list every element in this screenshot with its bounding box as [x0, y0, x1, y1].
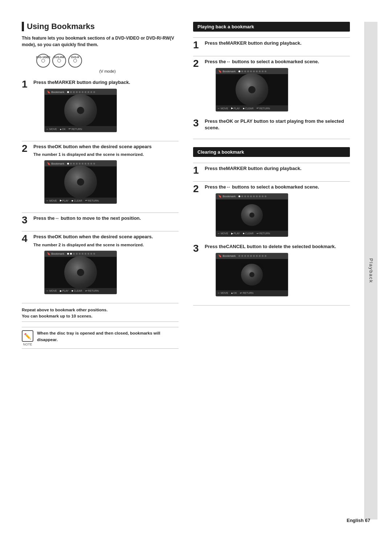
left-step-4: 4 Press theOK button when the desired sc…	[22, 234, 179, 297]
step-number-2: 2	[22, 143, 30, 154]
pb-divider-3	[193, 139, 350, 139]
cl-step-number-2: 2	[193, 184, 201, 194]
note-box: ✏️ NOTE When the disc tray is opened and…	[22, 327, 179, 346]
screen-mockup-cl2: 🔖 Bookmark ↔ MOVE	[216, 193, 288, 237]
divider-6	[22, 348, 179, 349]
step-title-2: Press theOK button when the desired scen…	[33, 143, 179, 150]
step-content-4: Press theOK button when the desired scen…	[33, 234, 179, 297]
repeat-note: Repeat above to bookmark other positions…	[22, 307, 179, 320]
pb-step-content-1: Press theMARKER button during playback.	[205, 40, 350, 48]
cl-step-2: 2 Press the↔ buttons to select a bookmar…	[193, 184, 350, 240]
v-mode-label: (V mode)	[36, 69, 179, 73]
divider-4	[22, 303, 179, 303]
page-footer: English 67	[347, 518, 370, 523]
step-subtitle-4: The number 2 is displayed and the scene …	[33, 242, 179, 248]
left-step-2: 2 Press theOK button when the desired sc…	[22, 143, 179, 207]
dvd-video-icon: DVD-VIDEO	[36, 54, 50, 68]
sidebar-tab: Playback	[364, 22, 377, 519]
screen-mockup-4: 🔖 Bookmark ↔ MOVE ▶ PLA	[44, 251, 117, 294]
divider-1	[22, 141, 179, 141]
step-content-1: Press theMARKER button during playback. …	[33, 79, 179, 135]
step-title-4: Press theOK button when the desired scen…	[33, 234, 179, 240]
note-label: NOTE	[23, 343, 32, 346]
step-title-1: Press theMARKER button during playback.	[33, 79, 179, 86]
screen-mockup-pb2: 🔖 Bookmark ↔ MOVE ▶ PLAY ■	[216, 68, 288, 112]
disc-icons-row: DVD-VIDEO DVD-RW DVD-R	[36, 54, 179, 68]
section-title: Using Bookmarks	[22, 22, 179, 31]
sidebar-tab-label: Playback	[368, 258, 374, 283]
clearing-header: Clearing a bookmark	[193, 147, 350, 157]
screen-mockup-2: 🔖 Bookmark ↔ MOVE ▶ PLAY ■	[44, 160, 117, 204]
title-bar-icon	[22, 22, 24, 31]
pb-step-title-2: Press the↔ buttons to select a bookmarke…	[205, 58, 350, 65]
pb-step-3: 3 Press theOK or PLAY button to start pl…	[193, 118, 350, 133]
divider-5	[22, 321, 179, 322]
pb-step-title-1: Press theMARKER button during playback.	[205, 40, 350, 46]
step-content-2: Press theOK button when the desired scen…	[33, 143, 179, 207]
pb-step-content-3: Press theOK or PLAY button to start play…	[205, 118, 350, 133]
cl-step-content-2: Press the↔ buttons to select a bookmarke…	[205, 184, 350, 240]
note-icon: ✏️	[22, 330, 33, 342]
cl-step-title-2: Press the↔ buttons to select a bookmarke…	[205, 184, 350, 190]
cl-divider-0	[193, 163, 350, 163]
pb-divider-1	[193, 56, 350, 56]
step-number-1: 1	[22, 79, 30, 89]
cl-step-number-3: 3	[193, 243, 201, 254]
left-step-1: 1 Press theMARKER button during playback…	[22, 79, 179, 135]
intro-text: This feature lets you bookmark sections …	[22, 35, 179, 48]
cl-step-content-1: Press theMARKER button during playback.	[205, 165, 350, 173]
divider-3	[22, 231, 179, 231]
cl-step-content-3: Press theCANCEL button to delete the sel…	[205, 243, 350, 299]
pb-step-content-2: Press the↔ buttons to select a bookmarke…	[205, 58, 350, 114]
screen-mockup-1: 🔖 Bookmark ↔ MOVE ● OK ↩ R	[44, 89, 117, 132]
repeat-note-1: Repeat above to bookmark other positions…	[22, 307, 179, 313]
pb-step-number-3: 3	[193, 118, 201, 128]
step-subtitle-2: The number 1 is displayed and the scene …	[33, 151, 179, 157]
cl-step-title-3: Press theCANCEL button to delete the sel…	[205, 243, 350, 250]
cl-step-1: 1 Press theMARKER button during playback…	[193, 165, 350, 175]
step-number-4: 4	[22, 234, 30, 244]
cl-divider-1	[193, 181, 350, 182]
pb-step-title-3: Press theOK or PLAY button to start play…	[205, 118, 350, 131]
step-title-3: Press the↔ button to move to the next po…	[33, 215, 179, 222]
step-content-3: Press the↔ button to move to the next po…	[33, 215, 179, 223]
cl-step-3: 3 Press theCANCEL button to delete the s…	[193, 243, 350, 299]
cl-step-title-1: Press theMARKER button during playback.	[205, 165, 350, 172]
pb-step-1: 1 Press theMARKER button during playback…	[193, 40, 350, 50]
cl-divider-3	[193, 305, 350, 306]
dvd-rw-icon: DVD-RW	[52, 54, 66, 68]
divider-2	[22, 213, 179, 213]
dvd-r-icon: DVD-R	[68, 54, 82, 68]
section-title-text: Using Bookmarks	[27, 22, 95, 31]
playing-back-header: Playing back a bookmark	[193, 22, 350, 32]
pb-step-number-1: 1	[193, 40, 201, 50]
step-number-3: 3	[22, 215, 30, 225]
repeat-note-2: You can bookmark up to 10 scenes.	[22, 313, 179, 319]
pb-step-2: 2 Press the↔ buttons to select a bookmar…	[193, 58, 350, 114]
pb-step-number-2: 2	[193, 58, 201, 69]
note-text: When the disc tray is opened and then cl…	[37, 330, 179, 343]
left-step-3: 3 Press the↔ button to move to the next …	[22, 215, 179, 225]
pb-divider-0	[193, 37, 350, 38]
screen-mockup-cl3: 🔖 Bookmark ↔ MOVE	[216, 253, 288, 296]
cl-step-number-1: 1	[193, 165, 201, 175]
